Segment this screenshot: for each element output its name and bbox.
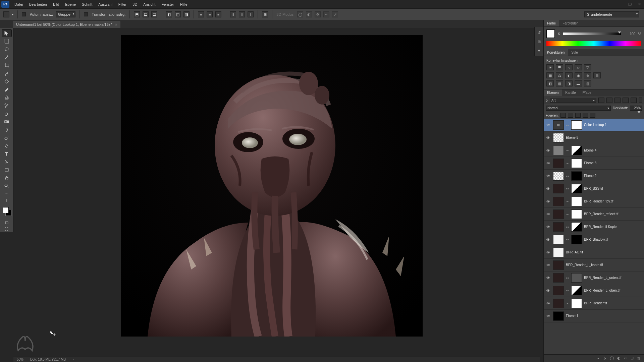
invert-adj-icon[interactable]: ◧	[546, 80, 554, 86]
healing-tool[interactable]	[2, 78, 11, 85]
lock-transparent-icon[interactable]	[560, 113, 566, 118]
visibility-eye-icon[interactable]: 👁	[545, 314, 551, 318]
layer-thumbnail[interactable]	[553, 299, 564, 308]
layer-thumbnail[interactable]	[553, 133, 564, 142]
layer-filter-dropdown[interactable]: Art	[550, 98, 596, 103]
layer-row[interactable]: 👁⫘BPR_Render_L_oben.tif	[544, 284, 644, 297]
visibility-eye-icon[interactable]: 👁	[545, 174, 551, 178]
layer-row[interactable]: 👁⫘BPR_SSS.tif	[544, 182, 644, 195]
color-swatch-large[interactable]	[546, 29, 555, 38]
layer-row[interactable]: 👁⫘BPR_Render_reflect.tif	[544, 208, 644, 221]
transform-checkbox[interactable]	[84, 12, 88, 16]
layer-row[interactable]: 👁BPR_Render_L_kante.tif	[544, 259, 644, 272]
distribute-left-icon[interactable]: ⦀	[230, 11, 236, 17]
eraser-tool[interactable]	[2, 110, 11, 117]
lock-position-icon[interactable]	[575, 113, 581, 118]
layer-mask-thumbnail[interactable]	[571, 159, 582, 168]
layer-mask-thumbnail[interactable]	[571, 209, 582, 219]
auto-align-icon[interactable]: ⊞	[262, 11, 268, 17]
layer-mask-thumbnail[interactable]	[571, 286, 582, 295]
visibility-eye-icon[interactable]: 👁	[545, 250, 551, 254]
layer-thumbnail[interactable]	[553, 209, 564, 219]
document-canvas[interactable]	[121, 35, 423, 337]
distribute-bottom-icon[interactable]: ≡	[215, 11, 221, 17]
quickmask-icon[interactable]: ▢	[2, 219, 11, 225]
visibility-eye-icon[interactable]: 👁	[545, 225, 551, 229]
auto-select-checkbox[interactable]	[22, 12, 26, 16]
menu-auswahl[interactable]: Auswahl	[95, 1, 115, 8]
layer-name[interactable]: BPR_Render.tif Kopie	[584, 225, 643, 229]
layer-thumbnail[interactable]	[553, 171, 564, 181]
layer-row[interactable]: 👁⫘Ebene 3	[544, 157, 644, 170]
fill-slider-knob[interactable]	[637, 111, 641, 113]
align-bottom-icon[interactable]: ⬓	[151, 11, 157, 17]
stamp-tool[interactable]	[2, 94, 11, 101]
tab-farbfelder[interactable]: Farbfelder	[559, 20, 581, 26]
menu-schrift[interactable]: Schrift	[79, 1, 95, 8]
layer-row[interactable]: 👁⊞⫘Color Lookup 1	[544, 119, 644, 131]
align-left-icon[interactable]: ◧	[166, 11, 172, 17]
maximize-icon[interactable]: ▢	[625, 1, 635, 8]
layer-mask-thumbnail[interactable]	[571, 299, 582, 308]
menu-ansicht[interactable]: Ansicht	[140, 1, 158, 8]
visibility-eye-icon[interactable]: 👁	[545, 212, 551, 216]
vibrance-adj-icon[interactable]: ▽	[584, 64, 591, 70]
layer-thumbnail[interactable]	[553, 184, 564, 193]
tab-pfade[interactable]: Pfade	[579, 89, 595, 96]
new-adj-icon[interactable]: ◐	[617, 356, 621, 360]
layer-thumbnail[interactable]	[553, 286, 564, 295]
distribute-top-icon[interactable]: ≡	[198, 11, 204, 17]
menu-bearbeiten[interactable]: Bearbeiten	[26, 1, 50, 8]
filter-toggle-icon[interactable]	[639, 98, 642, 103]
layer-name[interactable]: BPR_Render_reflect.tif	[584, 212, 643, 216]
layer-name[interactable]: BPR_Render_toy.tif	[584, 199, 643, 203]
posterize-adj-icon[interactable]: ▤	[556, 80, 563, 86]
color-spectrum[interactable]	[546, 41, 641, 46]
visibility-eye-icon[interactable]: 👁	[545, 161, 551, 165]
colorlookup-adj-icon[interactable]: ⊞	[593, 72, 601, 78]
visibility-eye-icon[interactable]: 👁	[545, 263, 551, 267]
layer-row[interactable]: 👁Ebene 5	[544, 131, 644, 144]
marquee-tool[interactable]	[2, 38, 11, 45]
new-group-icon[interactable]: ▭	[624, 356, 627, 360]
brush-tool[interactable]	[2, 86, 11, 93]
tab-kanaele[interactable]: Kanäle	[562, 89, 579, 96]
layer-thumbnail[interactable]	[553, 235, 564, 244]
layer-row[interactable]: 👁BPR_AO.tif	[544, 246, 644, 259]
menu-hilfe[interactable]: Hilfe	[177, 1, 191, 8]
opacity-input[interactable]: 28%	[630, 106, 642, 111]
filter-shape-icon[interactable]	[623, 98, 629, 103]
crop-tool[interactable]	[2, 62, 11, 69]
blend-mode-dropdown[interactable]: Normal	[546, 106, 611, 111]
layers-list[interactable]: 👁⊞⫘Color Lookup 1👁Ebene 5👁⫘Ebene 4👁⫘Eben…	[544, 119, 644, 354]
layer-row[interactable]: 👁⫘BPR_Render_L_unten.tif	[544, 272, 644, 284]
layer-mask-thumbnail[interactable]	[571, 146, 582, 155]
blur-tool[interactable]	[2, 126, 11, 133]
move-tool[interactable]	[2, 29, 11, 37]
new-layer-icon[interactable]: ⊞	[631, 356, 634, 360]
layer-thumbnail[interactable]	[553, 248, 564, 257]
layer-name[interactable]: BPR_Render_L_unten.tif	[584, 276, 643, 280]
minimize-icon[interactable]: —	[616, 1, 625, 8]
exposure-adj-icon[interactable]: ▱	[575, 64, 582, 70]
curves-adj-icon[interactable]: ∿	[565, 64, 573, 70]
layer-row[interactable]: 👁⫘BPR_Render.tif Kopie	[544, 221, 644, 233]
layer-name[interactable]: BPR_Render_L_oben.tif	[584, 289, 643, 292]
layer-row[interactable]: 👁⫘Ebene 4	[544, 144, 644, 157]
layer-name[interactable]: Ebene 1	[566, 314, 643, 318]
lock-all-icon[interactable]	[590, 113, 595, 118]
layer-row[interactable]: 👁Ebene 1	[544, 310, 644, 322]
delete-layer-icon[interactable]: 🗑	[637, 356, 641, 360]
layer-name[interactable]: Ebene 4	[584, 148, 643, 152]
selective-adj-icon[interactable]: ▥	[584, 80, 591, 86]
lock-pixels-icon[interactable]	[568, 113, 573, 118]
layer-row[interactable]: 👁⫘Ebene 2	[544, 170, 644, 182]
doc-info-chevron-icon[interactable]: ›	[72, 358, 73, 361]
layer-thumbnail[interactable]	[553, 273, 564, 283]
visibility-eye-icon[interactable]: 👁	[545, 301, 551, 305]
layer-name[interactable]: Ebene 3	[584, 161, 643, 165]
k-value[interactable]: 100	[624, 32, 635, 36]
layer-thumbnail[interactable]: ⊞	[553, 120, 564, 130]
filter-smart-icon[interactable]	[631, 98, 637, 103]
align-right-icon[interactable]: ◨	[183, 11, 190, 17]
